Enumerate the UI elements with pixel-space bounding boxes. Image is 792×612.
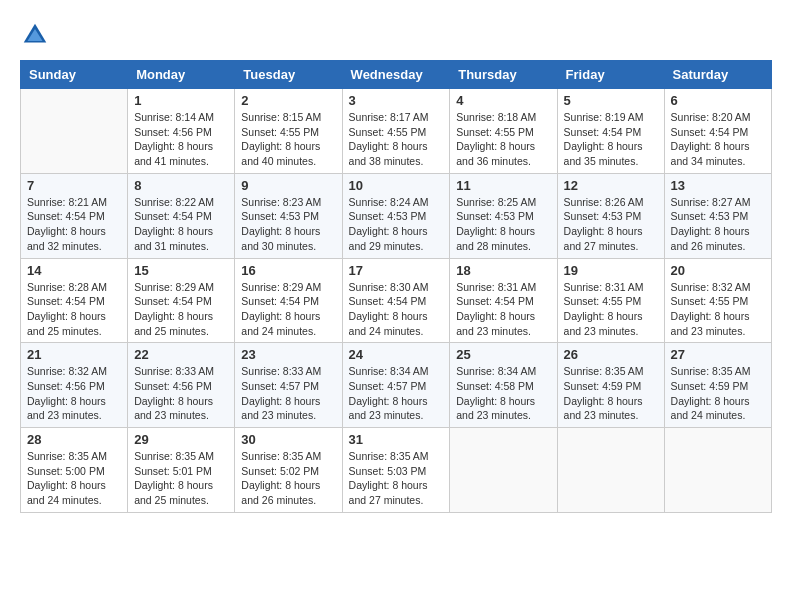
calendar-header-monday: Monday [128,61,235,89]
day-info: Sunrise: 8:33 AM Sunset: 4:56 PM Dayligh… [134,364,228,423]
day-info: Sunrise: 8:35 AM Sunset: 5:00 PM Dayligh… [27,449,121,508]
calendar-header-tuesday: Tuesday [235,61,342,89]
calendar-header-thursday: Thursday [450,61,557,89]
calendar-cell: 2Sunrise: 8:15 AM Sunset: 4:55 PM Daylig… [235,89,342,174]
calendar-cell: 23Sunrise: 8:33 AM Sunset: 4:57 PM Dayli… [235,343,342,428]
day-info: Sunrise: 8:34 AM Sunset: 4:58 PM Dayligh… [456,364,550,423]
day-number: 19 [564,263,658,278]
day-number: 28 [27,432,121,447]
day-info: Sunrise: 8:35 AM Sunset: 5:02 PM Dayligh… [241,449,335,508]
day-number: 23 [241,347,335,362]
day-info: Sunrise: 8:29 AM Sunset: 4:54 PM Dayligh… [241,280,335,339]
calendar-cell: 30Sunrise: 8:35 AM Sunset: 5:02 PM Dayli… [235,428,342,513]
day-number: 12 [564,178,658,193]
day-info: Sunrise: 8:19 AM Sunset: 4:54 PM Dayligh… [564,110,658,169]
day-info: Sunrise: 8:31 AM Sunset: 4:54 PM Dayligh… [456,280,550,339]
day-number: 31 [349,432,444,447]
calendar-cell: 22Sunrise: 8:33 AM Sunset: 4:56 PM Dayli… [128,343,235,428]
day-info: Sunrise: 8:34 AM Sunset: 4:57 PM Dayligh… [349,364,444,423]
day-number: 9 [241,178,335,193]
day-number: 7 [27,178,121,193]
day-number: 14 [27,263,121,278]
day-number: 10 [349,178,444,193]
calendar-cell: 6Sunrise: 8:20 AM Sunset: 4:54 PM Daylig… [664,89,771,174]
day-info: Sunrise: 8:35 AM Sunset: 4:59 PM Dayligh… [671,364,765,423]
calendar-table: SundayMondayTuesdayWednesdayThursdayFrid… [20,60,772,513]
day-info: Sunrise: 8:26 AM Sunset: 4:53 PM Dayligh… [564,195,658,254]
day-number: 24 [349,347,444,362]
calendar-cell [557,428,664,513]
calendar-header-sunday: Sunday [21,61,128,89]
day-number: 21 [27,347,121,362]
day-info: Sunrise: 8:30 AM Sunset: 4:54 PM Dayligh… [349,280,444,339]
calendar-cell [21,89,128,174]
day-number: 5 [564,93,658,108]
day-number: 2 [241,93,335,108]
logo-icon [20,20,50,50]
page-header [20,20,772,50]
calendar-week-row: 14Sunrise: 8:28 AM Sunset: 4:54 PM Dayli… [21,258,772,343]
day-number: 16 [241,263,335,278]
day-info: Sunrise: 8:35 AM Sunset: 5:01 PM Dayligh… [134,449,228,508]
calendar-cell: 16Sunrise: 8:29 AM Sunset: 4:54 PM Dayli… [235,258,342,343]
day-number: 27 [671,347,765,362]
day-info: Sunrise: 8:17 AM Sunset: 4:55 PM Dayligh… [349,110,444,169]
day-number: 1 [134,93,228,108]
calendar-cell: 5Sunrise: 8:19 AM Sunset: 4:54 PM Daylig… [557,89,664,174]
day-info: Sunrise: 8:29 AM Sunset: 4:54 PM Dayligh… [134,280,228,339]
calendar-cell: 3Sunrise: 8:17 AM Sunset: 4:55 PM Daylig… [342,89,450,174]
calendar-cell: 18Sunrise: 8:31 AM Sunset: 4:54 PM Dayli… [450,258,557,343]
calendar-cell: 10Sunrise: 8:24 AM Sunset: 4:53 PM Dayli… [342,173,450,258]
day-number: 3 [349,93,444,108]
calendar-header-saturday: Saturday [664,61,771,89]
calendar-cell: 19Sunrise: 8:31 AM Sunset: 4:55 PM Dayli… [557,258,664,343]
calendar-cell: 28Sunrise: 8:35 AM Sunset: 5:00 PM Dayli… [21,428,128,513]
day-info: Sunrise: 8:24 AM Sunset: 4:53 PM Dayligh… [349,195,444,254]
calendar-cell [664,428,771,513]
day-info: Sunrise: 8:15 AM Sunset: 4:55 PM Dayligh… [241,110,335,169]
day-number: 8 [134,178,228,193]
day-info: Sunrise: 8:21 AM Sunset: 4:54 PM Dayligh… [27,195,121,254]
calendar-cell: 1Sunrise: 8:14 AM Sunset: 4:56 PM Daylig… [128,89,235,174]
day-info: Sunrise: 8:31 AM Sunset: 4:55 PM Dayligh… [564,280,658,339]
day-number: 29 [134,432,228,447]
day-number: 25 [456,347,550,362]
day-info: Sunrise: 8:22 AM Sunset: 4:54 PM Dayligh… [134,195,228,254]
calendar-cell: 21Sunrise: 8:32 AM Sunset: 4:56 PM Dayli… [21,343,128,428]
calendar-cell: 12Sunrise: 8:26 AM Sunset: 4:53 PM Dayli… [557,173,664,258]
day-info: Sunrise: 8:33 AM Sunset: 4:57 PM Dayligh… [241,364,335,423]
day-info: Sunrise: 8:27 AM Sunset: 4:53 PM Dayligh… [671,195,765,254]
calendar-cell: 29Sunrise: 8:35 AM Sunset: 5:01 PM Dayli… [128,428,235,513]
calendar-week-row: 28Sunrise: 8:35 AM Sunset: 5:00 PM Dayli… [21,428,772,513]
calendar-cell: 27Sunrise: 8:35 AM Sunset: 4:59 PM Dayli… [664,343,771,428]
day-info: Sunrise: 8:18 AM Sunset: 4:55 PM Dayligh… [456,110,550,169]
day-number: 22 [134,347,228,362]
calendar-cell: 20Sunrise: 8:32 AM Sunset: 4:55 PM Dayli… [664,258,771,343]
calendar-cell: 11Sunrise: 8:25 AM Sunset: 4:53 PM Dayli… [450,173,557,258]
day-info: Sunrise: 8:35 AM Sunset: 5:03 PM Dayligh… [349,449,444,508]
calendar-cell: 15Sunrise: 8:29 AM Sunset: 4:54 PM Dayli… [128,258,235,343]
calendar-cell: 25Sunrise: 8:34 AM Sunset: 4:58 PM Dayli… [450,343,557,428]
day-info: Sunrise: 8:23 AM Sunset: 4:53 PM Dayligh… [241,195,335,254]
calendar-header-friday: Friday [557,61,664,89]
calendar-cell: 24Sunrise: 8:34 AM Sunset: 4:57 PM Dayli… [342,343,450,428]
day-info: Sunrise: 8:25 AM Sunset: 4:53 PM Dayligh… [456,195,550,254]
calendar-week-row: 7Sunrise: 8:21 AM Sunset: 4:54 PM Daylig… [21,173,772,258]
day-number: 11 [456,178,550,193]
day-number: 15 [134,263,228,278]
day-number: 18 [456,263,550,278]
calendar-cell: 26Sunrise: 8:35 AM Sunset: 4:59 PM Dayli… [557,343,664,428]
calendar-header-wednesday: Wednesday [342,61,450,89]
day-number: 26 [564,347,658,362]
calendar-cell [450,428,557,513]
calendar-cell: 31Sunrise: 8:35 AM Sunset: 5:03 PM Dayli… [342,428,450,513]
calendar-cell: 7Sunrise: 8:21 AM Sunset: 4:54 PM Daylig… [21,173,128,258]
day-number: 13 [671,178,765,193]
day-info: Sunrise: 8:20 AM Sunset: 4:54 PM Dayligh… [671,110,765,169]
calendar-cell: 14Sunrise: 8:28 AM Sunset: 4:54 PM Dayli… [21,258,128,343]
day-info: Sunrise: 8:32 AM Sunset: 4:56 PM Dayligh… [27,364,121,423]
day-info: Sunrise: 8:14 AM Sunset: 4:56 PM Dayligh… [134,110,228,169]
day-info: Sunrise: 8:35 AM Sunset: 4:59 PM Dayligh… [564,364,658,423]
calendar-header-row: SundayMondayTuesdayWednesdayThursdayFrid… [21,61,772,89]
day-number: 6 [671,93,765,108]
